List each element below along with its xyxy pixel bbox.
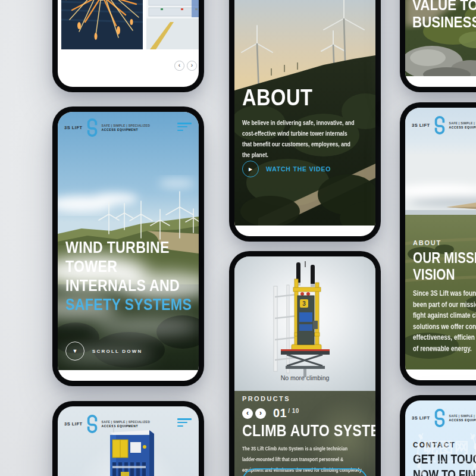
scroll-down-button[interactable]: ▼ <box>65 342 84 361</box>
factory-photo <box>146 0 199 49</box>
hero-title-line2: TOWER <box>65 257 117 276</box>
product-heading-wrap: CLIMB AUTO SYSTEM <box>242 422 375 440</box>
product-counter: 01/ 10 <box>273 406 299 420</box>
brand-tagline-line2: ACCESS EQUIPMENT <box>102 129 150 131</box>
brand-name: 3S LIFT <box>64 125 83 130</box>
mission-body-line: been part of our missio <box>413 300 476 310</box>
brand-tagline-line1: SAFE | SIMPLE | SPECIALIZED <box>449 122 476 125</box>
hamburger-menu-icon[interactable] <box>177 418 192 427</box>
about-body-line: We believe in delivering safe, innovativ… <box>242 118 355 127</box>
about-photo <box>234 0 375 226</box>
about-screen: ABOUT We believe in delivering safe, inn… <box>234 0 375 236</box>
climb-auto-system-image: 3 <box>261 261 350 377</box>
brand-tagline-line1: SAFE | SIMPLE | SPECIALIZED <box>449 415 476 418</box>
products-screen: 3 No more climbing PRODUCTS ‹ › <box>234 256 375 476</box>
products-prev-button[interactable]: ‹ <box>242 408 253 419</box>
about-body-line: cost-effective wind turbine tower intern… <box>242 129 347 137</box>
product-image-caption: No more climbing <box>234 374 375 381</box>
svg-text:3: 3 <box>302 300 306 307</box>
design-mockup-stage: ‹ › <box>0 0 476 476</box>
brand-s-icon <box>433 409 446 427</box>
contact-label: CONTACT <box>413 441 456 449</box>
gallery-prev-button[interactable]: ‹ <box>174 61 184 71</box>
phone-contact: 3S LIFT SAFE | SIMPLE | SPECIALIZED ACCE… <box>400 395 476 476</box>
laser-cutting-photo <box>61 0 143 49</box>
mission-body-line: Since 3S Lift was founde <box>413 289 476 299</box>
scroll-down-arrow-icon: ▼ <box>73 348 78 354</box>
lift-screen: 3S LIFT SAFE | SIMPLE | SPECIALIZED ACCE… <box>58 406 199 476</box>
service-lift-image <box>97 424 162 476</box>
brand-logo[interactable]: 3S LIFT SAFE | SIMPLE | SPECIALIZED ACCE… <box>412 409 476 427</box>
mission-body: Since 3S Lift was founde been part of ou… <box>413 287 476 353</box>
phone-mission: 3S LIFT SAFE | SIMPLE | SPECIALIZED ACCE… <box>400 102 476 386</box>
phone-value: VALUE TO BUSINESS <box>400 0 476 92</box>
hero-screen: 3S LIFT SAFE | SIMPLE | SPECIALIZED ACCE… <box>58 112 199 381</box>
contact-heading: GET IN TOUCH NOW TO FIND <box>413 452 476 476</box>
about-body: We believe in delivering safe, innovativ… <box>242 117 375 159</box>
gallery-next-button[interactable]: › <box>187 61 197 71</box>
value-heading-line1: VALUE TO <box>412 0 476 14</box>
about-heading-wrap: ABOUT <box>242 85 324 111</box>
phone-products: 3 No more climbing PRODUCTS ‹ › <box>229 251 381 476</box>
mission-heading: OUR MISSIO VISION <box>413 249 476 283</box>
brand-name: 3S LIFT <box>412 123 430 128</box>
brand-logo[interactable]: 3S LIFT SAFE | SIMPLE | SPECIALIZED ACCE… <box>64 118 150 137</box>
brand-name: 3S LIFT <box>412 415 430 421</box>
brand-logo[interactable]: 3S LIFT SAFE | SIMPLE | SPECIALIZED ACCE… <box>412 116 476 134</box>
hero-title: WIND TURBINE TOWER INTERNALS AND SAFETY … <box>65 238 199 314</box>
hero-title-line1: WIND TURBINE <box>65 238 170 257</box>
brand-s-icon <box>86 118 99 137</box>
mission-body-line: fight against climate ch <box>413 311 476 321</box>
about-body-line: that benefit our customers, employees, a… <box>242 140 350 148</box>
brand-name: 3S LIFT <box>64 421 83 427</box>
laser-cutting-photo-art <box>61 0 143 49</box>
mission-heading-line2: VISION <box>413 266 455 283</box>
brand-tagline: SAFE | SIMPLE | SPECIALIZED ACCESS EQUIP… <box>102 124 150 131</box>
phone-lift: 3S LIFT SAFE | SIMPLE | SPECIALIZED ACCE… <box>52 401 204 476</box>
watch-video-label: WATCH THE VIDEO <box>266 165 331 173</box>
brand-tagline-line1: SAFE | SIMPLE | SPECIALIZED <box>102 421 150 424</box>
products-next-button[interactable]: › <box>255 408 266 419</box>
mission-body-line: of renewable energy. <box>413 345 472 354</box>
play-glyph: ▶ <box>249 167 252 172</box>
brand-tagline-line1: SAFE | SIMPLE | SPECIALIZED <box>102 124 150 127</box>
mission-body-line: effectiveness, efficien <box>413 333 475 343</box>
brand-tagline-line2: ACCESS EQUIPMENT <box>449 126 476 129</box>
value-heading-line2: BUSINESS <box>412 14 476 31</box>
gallery-screen: ‹ › <box>58 0 199 87</box>
value-heading: VALUE TO BUSINESS <box>412 0 476 31</box>
product-body-line: ladder-mounted lift that can transport p… <box>242 455 343 463</box>
phone-gallery: ‹ › <box>52 0 204 92</box>
product-counter-current: 01 <box>273 406 287 419</box>
phone-about: ABOUT We believe in delivering safe, inn… <box>229 0 381 242</box>
contact-heading-line2: NOW TO FIND <box>413 467 476 476</box>
products-label: PRODUCTS <box>242 395 290 402</box>
brand-tagline: SAFE | SIMPLE | SPECIALIZED ACCESS EQUIP… <box>449 122 476 129</box>
watch-video-control[interactable]: ▶ WATCH THE VIDEO <box>242 161 331 177</box>
mission-body-line: solutions we offer cont <box>413 322 476 332</box>
product-heading: CLIMB AUTO SYSTEM <box>242 422 375 440</box>
brand-s-icon <box>433 116 446 134</box>
scroll-down-control[interactable]: ▼ SCROLL DOWN <box>65 342 143 361</box>
scroll-down-label: SCROLL DOWN <box>92 349 143 354</box>
factory-photo-art <box>146 0 199 49</box>
about-heading: ABOUT <box>242 85 312 111</box>
contact-heading-line1: GET IN TOUCH <box>413 452 476 467</box>
contact-screen: 3S LIFT SAFE | SIMPLE | SPECIALIZED ACCE… <box>405 400 476 476</box>
phone-hero: 3S LIFT SAFE | SIMPLE | SPECIALIZED ACCE… <box>52 107 204 386</box>
hamburger-menu-icon[interactable] <box>177 123 192 131</box>
about-body-line: the planet. <box>242 151 268 159</box>
product-counter-total: / 10 <box>288 408 299 414</box>
product-body-line: The 3S Lift Climb Auto System is a singl… <box>242 444 347 452</box>
mission-heading-line1: OUR MISSIO <box>413 249 476 266</box>
mission-label: ABOUT <box>413 239 441 246</box>
brand-tagline-line2: ACCESS EQUIPMENT <box>449 419 476 422</box>
value-screen: VALUE TO BUSINESS <box>405 0 476 87</box>
brand-tagline: SAFE | SIMPLE | SPECIALIZED ACCESS EQUIP… <box>449 415 476 422</box>
hero-title-line3: INTERNALS AND <box>65 276 180 295</box>
hero-title-accent-line: SAFETY SYSTEMS <box>65 295 192 314</box>
mission-screen: 3S LIFT SAFE | SIMPLE | SPECIALIZED ACCE… <box>405 108 476 380</box>
product-image-panel: 3 No more climbing <box>234 256 375 391</box>
product-cta-button[interactable] <box>242 468 368 476</box>
play-icon[interactable]: ▶ <box>242 161 259 177</box>
